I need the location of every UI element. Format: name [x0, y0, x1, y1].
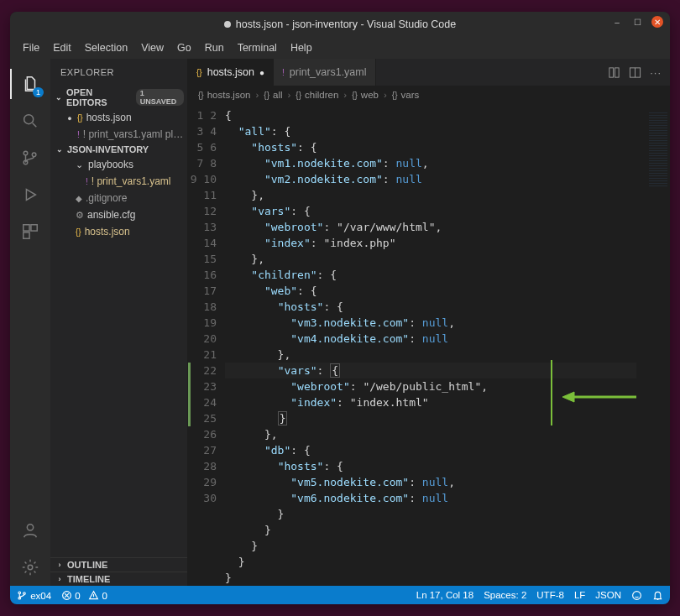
activity-search[interactable]: [10, 102, 50, 139]
activity-scm[interactable]: [10, 139, 50, 176]
status-problems[interactable]: 0 0: [61, 590, 107, 601]
activity-debug[interactable]: [10, 176, 50, 213]
tab-actions: ···: [599, 59, 670, 86]
object-icon: {}: [392, 91, 398, 100]
activity-settings[interactable]: [10, 549, 50, 586]
open-editor-item[interactable]: ! ! print_vars1.yaml pl…: [50, 126, 187, 143]
file-label: hosts.json: [85, 226, 130, 238]
object-icon: {}: [296, 91, 301, 100]
workspace-label: JSON-INVENTORY: [67, 144, 149, 154]
file-item[interactable]: {} hosts.json: [50, 223, 187, 240]
extensions-icon: [21, 222, 39, 241]
file-icon: ◆: [76, 194, 82, 203]
open-editors-header[interactable]: ⌄ OPEN EDITORS 1 UNSAVED: [50, 86, 187, 109]
maximize-button[interactable]: ☐: [631, 16, 643, 28]
svg-point-3: [32, 153, 36, 157]
breadcrumb-item[interactable]: hosts.json: [207, 90, 251, 100]
json-icon: {}: [76, 227, 81, 237]
gear-icon: ⚙: [76, 210, 84, 221]
activity-explorer[interactable]: 1: [10, 65, 50, 102]
file-item[interactable]: ! ! print_vars1.yaml: [50, 173, 187, 190]
activity-extensions[interactable]: [10, 213, 50, 250]
tab-print-vars[interactable]: ! print_vars1.yaml: [274, 59, 375, 86]
svg-point-14: [18, 591, 21, 593]
open-editor-item[interactable]: {} hosts.json: [50, 109, 187, 126]
open-editors-badge: 1 UNSAVED: [136, 89, 184, 106]
menu-bar: File Edit Selection View Go Run Terminal…: [10, 37, 670, 59]
timeline-header[interactable]: › TIMELINE: [50, 572, 187, 586]
breadcrumb-item[interactable]: all: [273, 90, 283, 100]
activity-account[interactable]: [10, 512, 50, 549]
code-area[interactable]: 1 2 3 4 5 6 7 8 9 10 11 12 13 14 15 16 1…: [188, 104, 670, 586]
branch-icon: [17, 590, 28, 601]
svg-rect-5: [31, 225, 37, 231]
compare-icon[interactable]: [608, 66, 620, 79]
object-icon: {}: [352, 91, 358, 100]
json-icon: {}: [198, 91, 204, 100]
status-branch[interactable]: ex04: [17, 590, 51, 601]
split-editor-icon[interactable]: [629, 66, 641, 79]
svg-rect-9: [609, 67, 614, 76]
dirty-dot-icon: ●: [259, 68, 264, 77]
menu-selection[interactable]: Selection: [79, 40, 133, 55]
error-icon: [61, 590, 72, 601]
timeline-label: TIMELINE: [67, 574, 110, 584]
svg-point-16: [24, 592, 26, 594]
file-label: ! print_vars1.yaml: [92, 175, 171, 187]
svg-point-8: [28, 565, 33, 570]
menu-view[interactable]: View: [135, 40, 170, 55]
svg-point-7: [27, 525, 33, 530]
yaml-icon: !: [77, 130, 80, 139]
yaml-icon: !: [86, 177, 88, 186]
json-icon: {}: [77, 113, 83, 123]
file-item[interactable]: ⚙ ansible.cfg: [50, 206, 187, 223]
breadcrumb-item[interactable]: children: [305, 90, 338, 100]
menu-help[interactable]: Help: [285, 40, 318, 55]
status-notifications[interactable]: [652, 590, 663, 601]
modified-gutter-bar: [188, 363, 191, 426]
file-label: .gitignore: [86, 192, 127, 204]
file-item[interactable]: ◆ .gitignore: [50, 190, 187, 206]
window-controls: – ☐ ✕: [611, 16, 663, 28]
line-number-gutter: 1 2 3 4 5 6 7 8 9 10 11 12 13 14 15 16 1…: [188, 104, 225, 586]
open-editors-label: OPEN EDITORS: [66, 87, 131, 107]
svg-point-1: [24, 151, 28, 155]
json-icon: {}: [196, 68, 202, 77]
minimap[interactable]: [636, 104, 670, 586]
object-icon: {}: [264, 91, 269, 100]
breadcrumb-item[interactable]: vars: [401, 90, 420, 100]
modified-dot-icon: [224, 21, 231, 28]
outline-label: OUTLINE: [67, 560, 107, 570]
minimize-button[interactable]: –: [611, 16, 623, 28]
svg-rect-10: [615, 67, 620, 76]
menu-go[interactable]: Go: [171, 40, 197, 55]
svg-rect-6: [24, 232, 29, 238]
breadcrumbs[interactable]: {} hosts.json › {} all › {} children › {…: [188, 86, 670, 104]
bell-icon: [652, 590, 663, 601]
explorer-sidebar: EXPLORER ⌄ OPEN EDITORS 1 UNSAVED {} hos…: [50, 59, 188, 586]
account-icon: [21, 521, 39, 540]
explorer-badge: 1: [33, 87, 44, 97]
outline-header[interactable]: › OUTLINE: [50, 557, 187, 572]
modified-dot-icon: [65, 112, 74, 123]
menu-run[interactable]: Run: [199, 40, 230, 55]
folder-item[interactable]: playbooks: [50, 156, 187, 173]
play-bug-icon: [21, 185, 39, 204]
more-actions-icon[interactable]: ···: [650, 66, 662, 79]
code-content[interactable]: { "all": { "hosts": { "vm1.nodekite.com"…: [225, 104, 636, 586]
svg-point-0: [24, 115, 34, 124]
menu-file[interactable]: File: [17, 40, 45, 55]
close-button[interactable]: ✕: [651, 16, 663, 28]
activity-bar: 1: [10, 59, 50, 586]
window-title: hosts.json - json-inventory - Visual Stu…: [236, 18, 456, 30]
workspace-header[interactable]: ⌄ JSON-INVENTORY: [50, 143, 187, 156]
vscode-window: hosts.json - json-inventory - Visual Stu…: [10, 12, 670, 604]
branch-icon: [21, 149, 39, 167]
editor-tabs: {} hosts.json ● ! print_vars1.yaml ···: [188, 59, 670, 86]
svg-rect-4: [24, 225, 29, 231]
menu-edit[interactable]: Edit: [47, 40, 77, 55]
tab-hosts-json[interactable]: {} hosts.json ●: [188, 59, 274, 86]
menu-terminal[interactable]: Terminal: [232, 40, 283, 55]
open-editor-label: hosts.json: [86, 112, 132, 123]
breadcrumb-item[interactable]: web: [361, 90, 379, 100]
